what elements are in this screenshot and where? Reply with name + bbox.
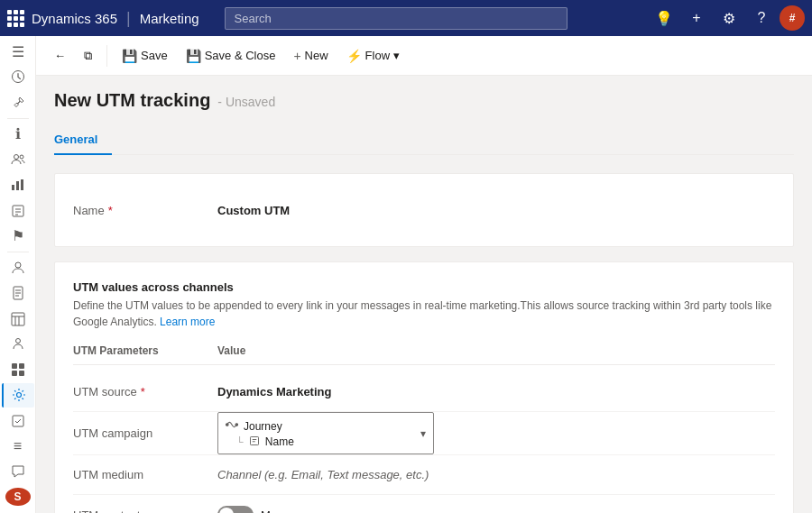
sidebar-item-sort[interactable]: ≡ (2, 435, 34, 458)
utm-header-row: UTM Parameters Value (73, 344, 775, 365)
sidebar-item-contacts[interactable] (2, 256, 34, 279)
name-required: * (108, 204, 113, 217)
utm-source-label: UTM source* (73, 385, 217, 398)
utm-content-toggle-label: Message name (261, 508, 341, 514)
search-input[interactable] (225, 7, 567, 30)
sidebar-item-report[interactable] (2, 409, 34, 433)
add-button[interactable]: + (682, 4, 711, 32)
svg-point-10 (15, 338, 20, 343)
utm-header-value: Value (217, 344, 245, 357)
svg-rect-14 (19, 371, 24, 376)
svg-point-15 (16, 393, 21, 398)
sidebar-divider-1 (7, 118, 29, 119)
restore-button[interactable]: ⧉ (77, 41, 99, 70)
sidebar-item-flag[interactable]: ⚑ (2, 224, 34, 248)
utm-campaign-label: UTM campaign (73, 426, 217, 440)
topbar-icons: 💡 + ⚙ ? # (650, 4, 805, 32)
brand-name: Dynamics 365 (32, 11, 117, 26)
search-container (225, 7, 567, 30)
name-label: Name* (73, 204, 217, 217)
svg-rect-16 (13, 416, 23, 426)
flow-button[interactable]: ⚡ Flow ▾ (339, 41, 407, 70)
sidebar-item-info[interactable]: ℹ (2, 123, 34, 146)
settings-button[interactable]: ⚙ (715, 4, 743, 32)
sidebar-item-table[interactable] (2, 307, 34, 330)
utm-row-medium: UTM medium Channel (e.g. Email, Text mes… (73, 455, 775, 495)
tabs: General (54, 125, 794, 155)
utm-campaign-dropdown-button[interactable]: Journey └ Name ▾ (217, 412, 434, 454)
name-text: Name (265, 435, 294, 448)
page-content: New UTM tracking - Unsaved General Name*… (36, 76, 812, 513)
page-title-row: New UTM tracking - Unsaved (54, 90, 794, 111)
avatar[interactable]: # (780, 5, 805, 31)
page-title: New UTM tracking (54, 90, 210, 111)
svg-point-2 (20, 155, 23, 159)
svg-point-18 (235, 424, 238, 426)
save-button[interactable]: 💾 Save (115, 41, 175, 70)
brand-separator: | (126, 9, 131, 28)
help-button[interactable]: ? (747, 4, 776, 32)
svg-rect-5 (21, 179, 23, 190)
form-card-name: Name* Custom UTM (54, 173, 794, 247)
lightbulb-button[interactable]: 💡 (650, 4, 678, 32)
svg-point-1 (14, 155, 18, 160)
cmd-separator-1 (106, 45, 107, 67)
svg-rect-13 (12, 371, 17, 376)
utm-section-description: Define the UTM values to be appended to … (73, 298, 775, 330)
back-button[interactable]: ← (47, 41, 73, 70)
utm-medium-label: UTM medium (73, 468, 217, 481)
toggle-thumb (219, 508, 234, 513)
svg-rect-9 (12, 313, 24, 325)
utm-source-value[interactable]: Dynamics Marketing (217, 385, 775, 398)
user-avatar[interactable]: S (5, 488, 31, 506)
utm-header-param: UTM Parameters (73, 344, 217, 357)
utm-content-toggle[interactable] (217, 506, 254, 513)
tab-general[interactable]: General (54, 125, 112, 155)
svg-point-17 (226, 424, 228, 426)
journey-icon (226, 418, 238, 434)
utm-row-content: UTM content Message name (73, 495, 775, 513)
name-dropdown-icon (249, 435, 260, 448)
main-layout: ☰ ℹ ⚑ (0, 36, 812, 513)
new-button[interactable]: + New (286, 41, 335, 70)
dropdown-row-name: └ Name (226, 435, 294, 448)
topbar: Dynamics 365 | Marketing 💡 + ⚙ ? # (0, 0, 812, 36)
app-name: Marketing (140, 11, 199, 26)
form-row-name: Name* Custom UTM (73, 192, 775, 228)
utm-row-campaign: UTM campaign Journey (73, 412, 775, 455)
save-close-label: Save & Close (205, 49, 276, 62)
svg-rect-11 (12, 363, 17, 369)
sidebar-item-doc[interactable] (2, 281, 34, 305)
grid-icon (7, 10, 24, 27)
svg-rect-3 (12, 185, 14, 190)
back-icon: ← (54, 49, 66, 62)
sidebar-item-gear[interactable] (2, 383, 34, 407)
utm-campaign-dropdown[interactable]: Journey └ Name ▾ (217, 412, 434, 454)
sidebar-item-list[interactable] (2, 199, 34, 223)
svg-rect-12 (19, 363, 24, 369)
name-value[interactable]: Custom UTM (217, 204, 290, 217)
sidebar-item-menu[interactable]: ☰ (2, 40, 34, 63)
indent-icon: └ (236, 436, 244, 447)
learn-more-link[interactable]: Learn more (160, 316, 215, 328)
flow-label: Flow (365, 49, 390, 62)
sidebar-item-people[interactable] (2, 148, 34, 171)
sidebar-item-person2[interactable] (2, 333, 34, 356)
svg-point-7 (15, 262, 21, 268)
sidebar-divider-2 (7, 252, 29, 252)
save-close-button[interactable]: 💾 Save & Close (179, 41, 283, 70)
sidebar-item-apps[interactable] (2, 358, 34, 381)
app-grid-button[interactable] (7, 10, 24, 27)
content-area: ← ⧉ 💾 Save 💾 Save & Close + New ⚡ Flow ▾ (36, 36, 812, 513)
sidebar-item-chart[interactable] (2, 173, 34, 197)
sidebar-item-chat[interactable] (2, 460, 34, 483)
utm-content-toggle-container: Message name (217, 506, 341, 513)
utm-medium-value: Channel (e.g. Email, Text message, etc.) (217, 468, 429, 481)
new-label: New (305, 49, 328, 62)
save-label: Save (141, 49, 168, 62)
svg-rect-4 (16, 181, 19, 190)
journey-text: Journey (244, 420, 282, 433)
sidebar-item-pin[interactable] (2, 91, 34, 115)
sidebar-item-recent[interactable] (2, 65, 34, 88)
command-bar: ← ⧉ 💾 Save 💾 Save & Close + New ⚡ Flow ▾ (36, 36, 812, 76)
